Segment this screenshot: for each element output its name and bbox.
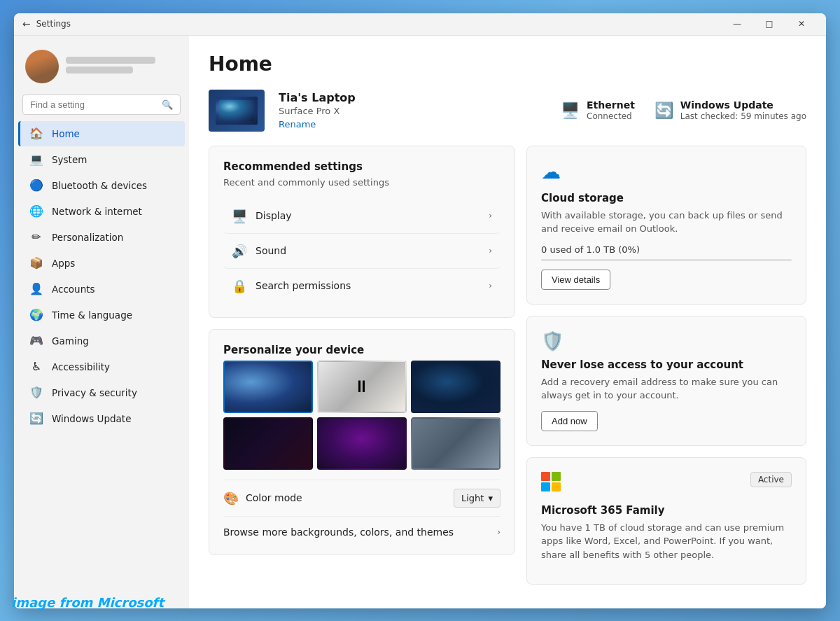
device-info: Tia's Laptop Surface Pro X Rename <box>279 91 547 130</box>
gaming-icon: 🎮 <box>29 334 43 348</box>
bluetooth-icon: 🔵 <box>29 179 43 193</box>
sidebar-item-privacy[interactable]: 🛡️ Privacy & security <box>18 380 185 405</box>
window-title: Settings <box>36 19 71 29</box>
windows-update-icon: 🔄 <box>654 102 673 119</box>
sidebar-item-label: Time & language <box>52 309 132 321</box>
system-icon: 💻 <box>29 153 43 167</box>
home-icon: 🏠 <box>29 127 43 141</box>
cloud-title: Cloud storage <box>541 192 792 204</box>
sidebar-item-label: Accessibility <box>52 361 110 372</box>
wallpaper-2[interactable]: ⏸ <box>317 361 407 413</box>
search-permissions-label: Search permissions <box>255 280 351 291</box>
personalize-card: Personalize your device ⏸ <box>209 329 515 555</box>
personalize-title: Personalize your device <box>223 344 500 356</box>
ms365-card: Active Microsoft 365 Family You have 1 T… <box>526 457 806 585</box>
back-button[interactable]: ← <box>22 18 31 29</box>
ms365-desc: You have 1 TB of cloud storage and can u… <box>541 521 792 562</box>
search-permissions-row[interactable]: 🔒 Search permissions › <box>223 269 500 303</box>
display-label: Display <box>255 210 292 221</box>
ethernet-icon: 🖥️ <box>561 102 580 119</box>
browse-themes-chevron: › <box>497 527 500 537</box>
wallpaper-5[interactable] <box>317 417 407 470</box>
sidebar-item-bluetooth[interactable]: 🔵 Bluetooth & devices <box>18 173 185 198</box>
sidebar-item-system[interactable]: 💻 System <box>18 147 185 172</box>
wallpaper-4[interactable] <box>223 417 313 470</box>
security-card: 🛡️ Never lose access to your account Add… <box>526 316 806 446</box>
sidebar-item-label: System <box>52 154 87 165</box>
display-chevron: › <box>489 211 492 221</box>
privacy-icon: 🛡️ <box>29 386 43 400</box>
search-permissions-icon: 🔒 <box>232 279 247 293</box>
view-details-button[interactable]: View details <box>541 270 610 290</box>
search-icon: 🔍 <box>162 99 173 110</box>
time-icon: 🌍 <box>29 308 43 322</box>
sidebar-item-label: Personalization <box>52 232 123 243</box>
username-blurred <box>66 57 178 76</box>
add-now-button[interactable]: Add now <box>541 411 598 431</box>
network-icon: 🌐 <box>29 204 43 218</box>
sidebar-item-label: Home <box>52 128 80 139</box>
device-thumbnail <box>209 90 265 132</box>
sound-chevron: › <box>489 246 492 256</box>
page-title: Home <box>209 53 806 76</box>
avatar <box>25 50 59 83</box>
color-mode-row: 🎨 Color mode Light ▾ <box>223 480 500 516</box>
cloud-storage-card: ☁️ Cloud storage With available storage,… <box>526 146 806 305</box>
sidebar-item-apps[interactable]: 📦 Apps <box>18 251 185 276</box>
sidebar-item-network[interactable]: 🌐 Network & internet <box>18 199 185 224</box>
accounts-icon: 👤 <box>29 282 43 296</box>
security-desc: Add a recovery email address to make sur… <box>541 375 792 403</box>
ms365-badge: Active <box>750 472 792 487</box>
ethernet-sub: Connected <box>587 111 635 121</box>
device-status: 🖥️ Ethernet Connected 🔄 Windows Update L… <box>561 99 806 121</box>
sidebar-item-personalization[interactable]: ✏️ Personalization <box>18 225 185 250</box>
browse-themes-label: Browse more backgrounds, colors, and the… <box>223 526 454 538</box>
sidebar-item-label: Bluetooth & devices <box>52 180 147 191</box>
close-button[interactable]: ✕ <box>785 13 818 36</box>
sidebar-item-label: Windows Update <box>52 413 131 424</box>
windows-update-status: 🔄 Windows Update Last checked: 59 minute… <box>654 99 806 121</box>
settings-list: 🖥️ Display › 🔊 Sound <box>223 199 500 303</box>
color-mode-select[interactable]: Light ▾ <box>454 489 500 508</box>
accessibility-icon: ♿ <box>29 360 43 374</box>
wallpaper-3[interactable] <box>411 361 500 413</box>
search-permissions-chevron: › <box>489 281 492 291</box>
recommended-subtitle: Recent and commonly used settings <box>223 177 500 188</box>
device-model: Surface Pro X <box>279 106 547 116</box>
sidebar-item-accounts[interactable]: 👤 Accounts <box>18 277 185 302</box>
storage-text: 0 used of 1.0 TB (0%) <box>541 244 792 255</box>
wallpaper-1[interactable] <box>223 361 313 413</box>
recommended-title: Recommended settings <box>223 160 500 173</box>
browse-themes-row[interactable]: Browse more backgrounds, colors, and the… <box>223 516 500 540</box>
windows-update-label: Windows Update <box>680 99 806 111</box>
color-mode-icon: 🎨 <box>223 491 239 505</box>
rename-link[interactable]: Rename <box>279 119 316 130</box>
search-box[interactable]: 🔍 <box>22 95 181 115</box>
sidebar-item-label: Network & internet <box>52 206 142 217</box>
color-mode-chevron: ▾ <box>488 493 493 503</box>
ms365-icon <box>541 472 561 491</box>
security-icon: 🛡️ <box>541 330 792 351</box>
sidebar-item-update[interactable]: 🔄 Windows Update <box>18 406 185 431</box>
maximize-button[interactable]: □ <box>753 13 785 36</box>
device-bar: Tia's Laptop Surface Pro X Rename 🖥️ Eth… <box>209 90 806 132</box>
sidebar-item-gaming[interactable]: 🎮 Gaming <box>18 328 185 354</box>
sidebar-item-accessibility[interactable]: ♿ Accessibility <box>18 354 185 379</box>
windows-update-sub: Last checked: 59 minutes ago <box>680 111 806 121</box>
minimize-button[interactable]: — <box>721 13 753 36</box>
sound-row[interactable]: 🔊 Sound › <box>223 234 500 269</box>
ethernet-status: 🖥️ Ethernet Connected <box>561 99 635 121</box>
sound-label: Sound <box>255 245 286 256</box>
display-row[interactable]: 🖥️ Display › <box>223 199 500 234</box>
user-profile[interactable] <box>14 44 189 95</box>
sidebar-item-time[interactable]: 🌍 Time & language <box>18 302 185 328</box>
storage-bar-container: 0 used of 1.0 TB (0%) <box>541 244 792 261</box>
ms365-title: Microsoft 365 Family <box>541 504 792 517</box>
sidebar-item-home[interactable]: 🏠 Home <box>18 121 185 146</box>
settings-window: ← Settings — □ ✕ <box>14 13 826 608</box>
cloud-desc: With available storage, you can back up … <box>541 209 792 236</box>
color-mode-value: Light <box>461 493 484 503</box>
search-input[interactable] <box>30 99 158 110</box>
sidebar-item-label: Accounts <box>52 284 95 295</box>
wallpaper-6[interactable] <box>411 417 500 470</box>
